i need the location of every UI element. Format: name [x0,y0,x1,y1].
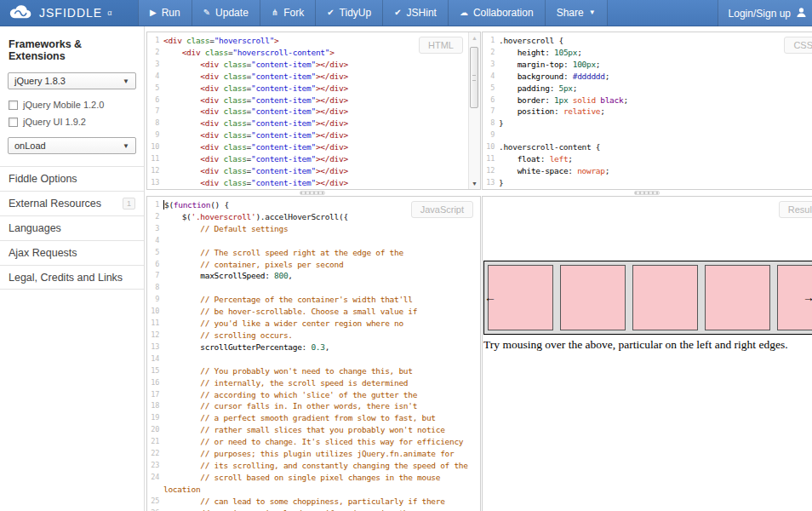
sidebar-sections: Fiddle OptionsExternal Resources1Languag… [0,166,144,290]
check-icon: ✔ [327,9,334,17]
scrollbar-thumb[interactable] [470,47,478,108]
code-text: // according to which 'slice' of the gut… [163,389,480,401]
scroll-down-arrow-icon[interactable]: ▼ [469,178,480,189]
content-item-box [488,265,553,330]
line-number: 10 [484,141,499,153]
code-line: 3 margin-top: 100px; [484,59,812,71]
line-number: 4 [149,71,163,83]
result-caption: Try mousing over the above, particular o… [483,338,788,352]
sidebar-item-fiddle-options[interactable]: Fiddle Options [0,166,144,191]
hoverscroll-container[interactable] [483,261,812,335]
right-column-splitter-handle[interactable] [634,191,660,195]
code-text: // you'd like a wider center region wher… [163,318,480,330]
scroll-up-arrow-icon[interactable]: ▲ [469,32,480,43]
code-line: 1.hoverscroll { [484,35,812,47]
line-number: 7 [149,106,163,118]
code-text [163,282,480,294]
code-text: // purposes; this plugin utilizes jQuery… [163,448,480,460]
checkbox[interactable] [9,100,18,110]
sidebar-item-label: Legal, Credits and Links [9,272,123,284]
extension-checkbox-row[interactable]: jQuery UI 1.9.2 [0,113,144,130]
update-button[interactable]: ✎Update [192,0,260,26]
line-number: 12 [149,330,163,342]
code-line: 9 <div class="content-item"></div> [149,129,480,141]
code-text: <div class="content-item"></div> [163,59,480,71]
code-text: <div class="content-item"></div> [163,141,480,153]
chevron-down-icon: ▼ [123,78,129,85]
line-number: 13 [484,177,499,189]
code-line: 11 // you'd like a wider center region w… [149,318,480,330]
code-line: 7 maxScrollSpeed: 800, [149,270,480,282]
code-text: } [499,118,812,129]
code-line: 13 <div class="content-item"></div> [149,177,480,189]
line-number: 6 [149,259,163,271]
code-line: 3 <div class="content-item"></div> [149,59,480,71]
jshint-button[interactable]: ✔JSHint [383,0,449,26]
code-line: 12 // scrolling occurs. [149,330,480,342]
code-text: white-space: nowrap; [499,165,812,177]
code-line: 8} [484,118,812,129]
sidebar-item-ajax-requests[interactable]: Ajax Requests [0,240,144,265]
line-number: 24 [149,472,163,496]
line-number: 10 [149,141,163,153]
count-badge: 1 [123,198,135,210]
sidebar-item-external-resources[interactable]: External Resources1 [0,191,144,215]
line-number: 1 [149,199,163,211]
sidebar-item-legal-credits-and-links[interactable]: Legal, Credits and Links [0,265,144,290]
line-number: 6 [149,95,163,106]
line-number: 9 [149,129,163,141]
code-text: border: 1px solid black; [499,95,812,106]
framework-version-select[interactable]: jQuery 1.8.3 ▼ [8,72,136,89]
line-number: 26 [149,508,163,511]
checkbox-label: jQuery Mobile 1.2.0 [23,100,104,110]
fork-button[interactable]: ⋔Fork [260,0,316,26]
chevron-down-icon: ▼ [123,142,129,150]
code-text: margin-top: 100px; [499,59,812,71]
run-button[interactable]: ▶Run [138,0,192,26]
code-line: 18 // cursor falls in. In other words, t… [149,400,480,412]
result-frame: ← → Try mousing over the above, particul… [483,197,812,511]
login-button[interactable]: Login/Sign up [718,0,812,26]
line-number: 25 [149,496,163,508]
html-code-editor[interactable]: 1<div class="hoverscroll">2 <div class="… [147,32,480,189]
framework-select-value: jQuery 1.8.3 [14,76,66,86]
sidebar-item-languages[interactable]: Languages [0,215,144,240]
code-text: position: relative; [499,106,812,118]
extension-checkbox-row[interactable]: jQuery Mobile 1.2.0 [0,96,144,113]
code-line: 5 <div class="content-item"></div> [149,83,480,95]
code-text: // The scroll speed right at the edge of… [163,247,480,259]
code-line: 8 [149,282,480,294]
css-code-editor[interactable]: 1.hoverscroll {2 height: 105px;3 margin-… [483,32,812,189]
code-line: 13} [484,177,812,189]
code-line: 22 // purposes; this plugin utilizes jQu… [149,448,480,460]
scroll-left-arrow-icon: ← [484,291,496,305]
code-text: // are images involved, or if you're usi… [163,508,480,511]
code-line: 2 height: 105px; [484,47,812,59]
line-number: 9 [149,294,163,306]
result-panel: ← → Try mousing over the above, particul… [482,196,812,511]
js-panel-label: JavaScript [411,201,473,218]
line-number: 22 [149,448,163,460]
css-panel-label: CSS [784,37,812,54]
line-number: 10 [149,306,163,318]
collaboration-button[interactable]: ☁Collaboration [449,0,546,26]
js-code-editor[interactable]: 1$(function() {2 $('.hoverscroll').accel… [147,197,480,511]
left-column-splitter-handle[interactable] [300,191,325,195]
checkbox[interactable] [9,118,18,127]
code-text: padding: 5px; [499,83,812,95]
share-button[interactable]: Share▼ [546,0,608,26]
code-line: 15 // You probably won't need to change … [149,365,480,377]
code-line: 11 float: left; [484,153,812,165]
tidyup-button[interactable]: ✔TidyUp [316,0,383,26]
line-number: 2 [149,47,163,59]
sidebar-item-label: External Resources [9,198,101,210]
html-editor-scrollbar[interactable]: ▲ ▼ [468,32,480,189]
line-number: 12 [149,165,163,177]
jsfiddle-logo[interactable]: JSFIDDLE α [0,0,138,26]
line-number: 13 [149,342,163,353]
code-text: // Default settings [163,223,480,235]
onload-select[interactable]: onLoad ▼ [8,137,136,154]
line-number: 11 [484,153,499,165]
code-line: 5 padding: 5px; [484,83,812,95]
code-line: 4 [149,235,480,247]
